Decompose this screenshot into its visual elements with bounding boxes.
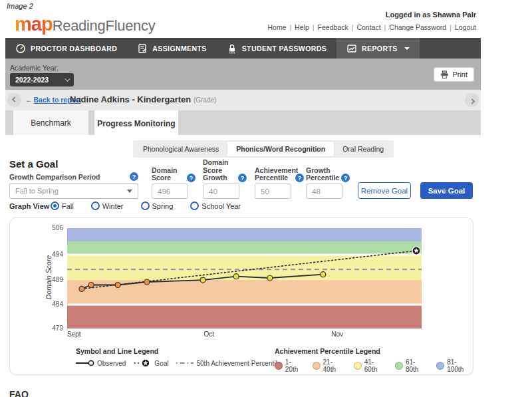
logged-in-text: Logged in as Shawna Pair [386,11,476,19]
links-separator: | [384,23,386,31]
clipboard-icon [137,43,148,54]
band-label: 61-80th [406,358,428,373]
growth-comparison-period-select[interactable]: Fall to Spring [9,183,138,199]
help-icon[interactable]: ? [341,174,350,182]
growth-percentile-label: Growth Percentile [306,167,339,183]
band-color-icon [395,362,403,370]
save-goal-button[interactable]: Save Goal [420,182,473,199]
gauge-icon [15,43,26,54]
nav-item-reports[interactable]: REPORTS [336,38,420,59]
chevron-down-icon [65,76,70,81]
radio-spring[interactable]: Spring [141,201,174,210]
domain-score-input[interactable] [152,184,188,199]
growth-comparison-period-value: Fall to Spring [15,187,59,195]
band-label: 41-60th [364,358,386,373]
nav-item-label: STUDENT PASSWORDS [242,45,327,53]
faq-heading: FAQ [9,389,29,397]
top-link-contact[interactable]: Contact [356,23,380,31]
domain-score-label: Domain Score [152,167,185,183]
help-icon[interactable]: ? [238,174,247,182]
achievement-percentile-legend: Achievement Percentile Legend 1-20th 21-… [275,347,473,373]
set-a-goal-heading: Set a Goal [9,158,58,170]
radio-school-year[interactable]: School Year [190,201,241,210]
caret-down-icon [404,47,410,50]
student-name-text: Nadine Adkins - Kindergarten [70,94,191,104]
logo-product: ReadingFluency [53,17,156,35]
report-header-row: ← Back to report Nadine Adkins - Kinderg… [5,90,481,110]
x-tick-label: Oct [196,331,222,338]
print-button[interactable]: Print [434,67,474,82]
links-separator: | [352,23,354,31]
field-growth-percentile: Growth Percentile ? [306,162,350,199]
help-icon[interactable]: ? [295,174,304,182]
caret-down-icon [127,190,132,193]
graph-view-options: Fall Winter Spring School Year [51,201,241,210]
remove-goal-button[interactable]: Remove Goal [358,182,411,199]
band-label: 21-40th [323,358,345,373]
band-label: 81-100th [447,358,473,373]
nav-item-assignments[interactable]: ASSIGNMENTS [127,38,216,59]
y-tick-label: 479 [42,325,63,332]
growth-percentile-input[interactable] [306,184,342,199]
symbol-line-legend: Symbol and Line Legend Observed Goal [76,347,281,368]
chart-card: Domain Score 506494489484479 SeptOctNov … [9,217,473,375]
band-color-icon [354,362,362,370]
top-link-feedback[interactable]: Feedback [318,23,348,31]
radio-winter[interactable]: Winter [91,201,124,210]
subtab-phonics-word-recognition[interactable]: Phonics/Word Recognition [227,142,334,156]
radio-fall[interactable]: Fall [51,201,74,210]
tab-progress-monitoring[interactable]: Progress Monitoring [94,110,178,137]
domain-score-growth-label: Domain Score Growth [203,159,236,182]
domain-score-growth-input[interactable] [203,184,239,199]
legend-band-61-80: 61-80th [395,358,428,373]
nav-item-label: REPORTS [362,45,398,53]
radio-school-year-label: School Year [201,202,241,210]
top-link-help[interactable]: Help [295,23,309,31]
student-name: Nadine Adkins - Kindergarten (Grade) [70,94,216,104]
lock-icon [227,43,237,54]
achievement-percentile-input[interactable] [255,184,291,199]
y-tick-label: 506 [42,224,63,231]
left-arrow-icon: ← [25,96,33,104]
legend-50th-percentile: 50th Achievement Percentile [176,360,281,367]
nav-item-student-passwords[interactable]: STUDENT PASSWORDS [217,38,336,59]
subtab-oral-reading[interactable]: Oral Reading [334,142,392,156]
top-link-logout[interactable]: Logout [455,23,476,31]
band-color-icon [436,362,444,370]
print-label: Print [452,70,467,78]
legend-observed-label: Observed [97,360,126,367]
legend-band-1-20: 1-20th [275,358,304,373]
radio-spring-label: Spring [152,202,174,210]
x-tick-label: Nov [324,331,350,338]
achievement-legend-title: Achievement Percentile Legend [275,347,473,355]
top-link-change-password[interactable]: Change Password [389,23,446,31]
links-separator: | [289,23,291,31]
symbol-legend-title: Symbol and Line Legend [76,347,281,355]
observed-line-icon [76,360,94,366]
chart-plot [67,228,422,329]
growth-comparison-period-text: Growth Comparison Period [9,173,100,181]
legend-band-21-40: 21-40th [313,358,345,373]
tab-benchmark[interactable]: Benchmark [13,110,88,135]
academic-year-value: 2022-2023 [15,76,49,84]
radio-circle-icon [190,201,199,210]
academic-year-bar: Academic Year: 2022-2023 Print [5,59,481,90]
chevron-left-icon [11,96,17,102]
dashed-line-icon [176,361,194,365]
help-icon[interactable]: ? [187,174,196,182]
band-color-icon [275,362,283,370]
help-icon[interactable]: ? [130,172,138,181]
next-student-button[interactable] [465,93,479,107]
top-link-home[interactable]: Home [267,23,286,31]
prev-student-button[interactable] [7,93,21,107]
image-caption: Image 2 [7,2,33,10]
subtab-phonological-awareness[interactable]: Phonological Awareness [134,142,227,156]
legend-band-81-100: 81-100th [436,358,473,373]
graph-view-row: Graph View Fall Winter Spring School Yea… [9,201,241,210]
main-navbar: PROCTOR DASHBOARD ASSIGNMENTS STUDENT PA… [5,38,481,59]
nav-item-proctor-dashboard[interactable]: PROCTOR DASHBOARD [5,38,127,59]
legend-goal-label: Goal [154,360,168,367]
academic-year-select[interactable]: 2022-2023 [10,73,74,86]
field-achievement-percentile: Achievement Percentile ? [255,162,299,199]
tab-band: Benchmark Progress Monitoring [5,110,481,135]
